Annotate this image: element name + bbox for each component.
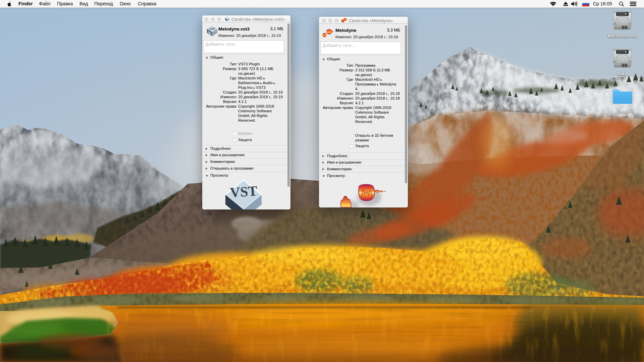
- svg-text:VST: VST: [209, 27, 215, 31]
- svg-text:VST: VST: [229, 183, 258, 200]
